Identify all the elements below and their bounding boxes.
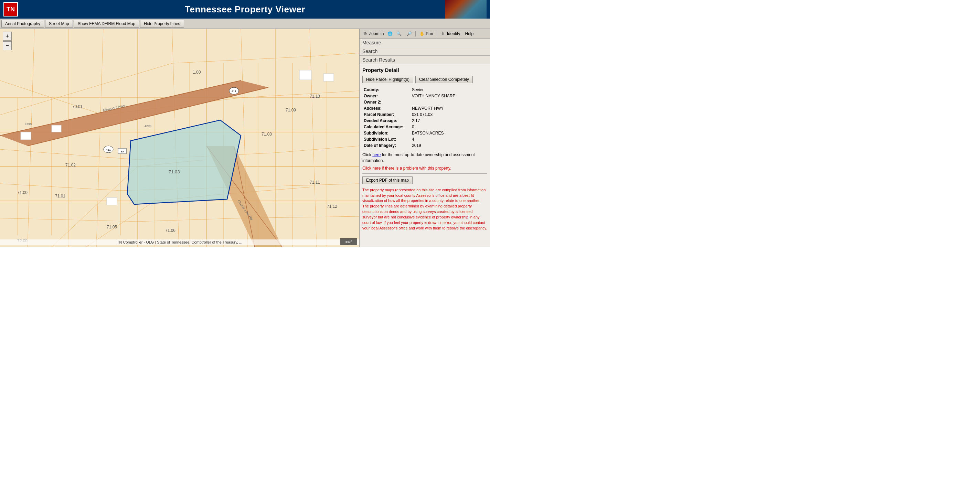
svg-text:71.01: 71.01 <box>55 194 65 199</box>
property-field-row: Deeded Acreage:2.17 <box>362 118 487 124</box>
svg-text:71.00: 71.00 <box>17 190 27 195</box>
property-field-row: County:Sevier <box>362 87 487 93</box>
property-field-label: Deeded Acreage: <box>362 118 410 124</box>
svg-rect-77 <box>52 125 61 132</box>
property-field-row: Date of Imagery:2019 <box>362 143 487 149</box>
help-tool[interactable]: Help <box>463 31 475 37</box>
app-header: TN Tennessee Property Viewer <box>0 0 490 19</box>
svg-text:71.02: 71.02 <box>65 163 76 168</box>
property-field-value <box>410 99 487 105</box>
map-tools-row: ⊕ Zoom in 🌐 🔍 🔎 ✋ Pan ℹ Identify Help <box>360 29 490 38</box>
property-field-label: Date of Imagery: <box>362 143 410 149</box>
zoom-out-tool[interactable]: 🔎 <box>405 30 413 37</box>
magnify-minus-icon: 🔎 <box>406 31 412 37</box>
property-field-value: 031 071.03 <box>410 111 487 118</box>
property-field-label: Owner: <box>362 93 410 99</box>
svg-text:71.05: 71.05 <box>107 225 117 229</box>
map-attribution: TN Comptroller - OLG | State of Tennesse… <box>0 240 359 245</box>
svg-text:411: 411 <box>106 148 111 151</box>
zoom-controls: + − <box>3 32 12 50</box>
pan-icon: ✋ <box>419 31 425 37</box>
property-field-value: BATSON ACRES <box>410 130 487 136</box>
zoom-out-button[interactable]: − <box>3 41 12 50</box>
ownership-link[interactable]: here <box>372 152 380 157</box>
identify-icon: ℹ <box>441 31 446 37</box>
property-field-row: Subdivision:BATSON ACRES <box>362 130 487 136</box>
esri-logo: esri <box>340 238 357 245</box>
svg-text:4298: 4298 <box>25 122 32 126</box>
zoom-in-icon: ⊕ <box>362 31 368 37</box>
search-results-section[interactable]: Search Results <box>360 56 490 64</box>
pan-label: Pan <box>426 31 433 36</box>
panel-divider <box>362 173 487 174</box>
zoom-in-button[interactable]: + <box>3 32 12 41</box>
street-map-button[interactable]: Street Map <box>45 20 73 27</box>
svg-text:71.10: 71.10 <box>310 94 320 99</box>
svg-text:71.06: 71.06 <box>165 228 175 233</box>
property-fields-table: County:SevierOwner:VOITH NANCY SHARPOwne… <box>362 87 487 149</box>
action-buttons: Hide Parcel Highlight(s) Clear Selection… <box>362 76 487 83</box>
aerial-photography-button[interactable]: Aerial Photography <box>2 20 44 27</box>
property-field-row: Owner:VOITH NANCY SHARP <box>362 93 487 99</box>
search-section[interactable]: Search <box>360 47 490 56</box>
property-detail-panel: Property Detail Hide Parcel Highlight(s)… <box>360 64 490 247</box>
identify-label: Identify <box>447 31 460 36</box>
svg-text:71.12: 71.12 <box>327 204 337 209</box>
property-field-row: Calculated Acreage:0 <box>362 124 487 130</box>
tool-separator-1 <box>415 31 416 37</box>
right-panel: ⊕ Zoom in 🌐 🔍 🔎 ✋ Pan ℹ Identify Help <box>359 29 490 247</box>
svg-text:411: 411 <box>232 90 236 93</box>
svg-text:35: 35 <box>121 150 124 153</box>
help-label: Help <box>465 31 474 36</box>
hide-parcel-button[interactable]: Hide Parcel Highlight(s) <box>362 76 413 83</box>
pan-tool[interactable]: ✋ Pan <box>418 30 434 37</box>
property-field-value: 2019 <box>410 143 487 149</box>
zoom-in-label: Zoom in <box>369 31 384 36</box>
disclaimer-text: The property maps represented on this si… <box>362 187 487 232</box>
property-field-row: Owner 2: <box>362 99 487 105</box>
globe-icon: 🌐 <box>387 31 393 37</box>
property-field-label: Subdivision: <box>362 130 410 136</box>
fema-flood-map-button[interactable]: Show FEMA DFIRM Flood Map <box>74 20 139 27</box>
svg-text:71.08: 71.08 <box>261 132 272 137</box>
property-field-label: Subdivision Lot: <box>362 136 410 143</box>
magnify-plus-icon: 🔍 <box>396 31 402 37</box>
property-field-value: 0 <box>410 124 487 130</box>
map-toolbar-bar: Aerial Photography Street Map Show FEMA … <box>0 19 490 29</box>
property-field-label: County: <box>362 87 410 93</box>
property-field-value: Sevier <box>410 87 487 93</box>
svg-text:71.09: 71.09 <box>286 108 296 113</box>
tn-state-logo: TN <box>3 2 18 16</box>
problem-link[interactable]: Click here if there is a problem with th… <box>362 166 487 171</box>
property-field-value: 2.17 <box>410 118 487 124</box>
svg-rect-78 <box>299 70 312 80</box>
property-field-value: 4 <box>410 136 487 143</box>
export-pdf-button[interactable]: Export PDF of this map <box>362 176 412 184</box>
svg-rect-76 <box>21 132 31 140</box>
svg-text:71.11: 71.11 <box>310 180 320 185</box>
hide-property-lines-button[interactable]: Hide Property Lines <box>140 20 184 27</box>
click-here-text: Click here for the most up-to-date owner… <box>362 152 487 164</box>
identify-tool[interactable]: ℹ Identify <box>439 30 462 37</box>
zoom-magnify-tool[interactable]: 🔍 <box>395 30 403 37</box>
main-container: Newport Hwy County Line Rd 411 411 <box>0 29 490 247</box>
property-field-value: VOITH NANCY SHARP <box>410 93 487 99</box>
property-field-row: Parcel Number:031 071.03 <box>362 111 487 118</box>
map-area[interactable]: Newport Hwy County Line Rd 411 411 <box>0 29 359 247</box>
svg-text:1.00: 1.00 <box>193 70 201 75</box>
zoom-in-tool[interactable]: ⊕ Zoom in <box>361 30 385 37</box>
measure-section[interactable]: Measure <box>360 38 490 47</box>
tool-separator-2 <box>437 31 437 37</box>
svg-text:71.03: 71.03 <box>169 169 180 175</box>
property-field-label: Address: <box>362 105 410 111</box>
property-field-row: Address:NEWPORT HWY <box>362 105 487 111</box>
property-field-label: Owner 2: <box>362 99 410 105</box>
app-title: Tennessee Property Viewer <box>185 4 305 15</box>
property-field-row: Subdivision Lot:4 <box>362 136 487 143</box>
property-field-value: NEWPORT HWY <box>410 105 487 111</box>
property-field-label: Calculated Acreage: <box>362 124 410 130</box>
svg-rect-80 <box>107 197 117 205</box>
property-field-label: Parcel Number: <box>362 111 410 118</box>
clear-selection-button[interactable]: Clear Selection Completely <box>415 76 473 83</box>
svg-text:70.01: 70.01 <box>72 104 83 109</box>
